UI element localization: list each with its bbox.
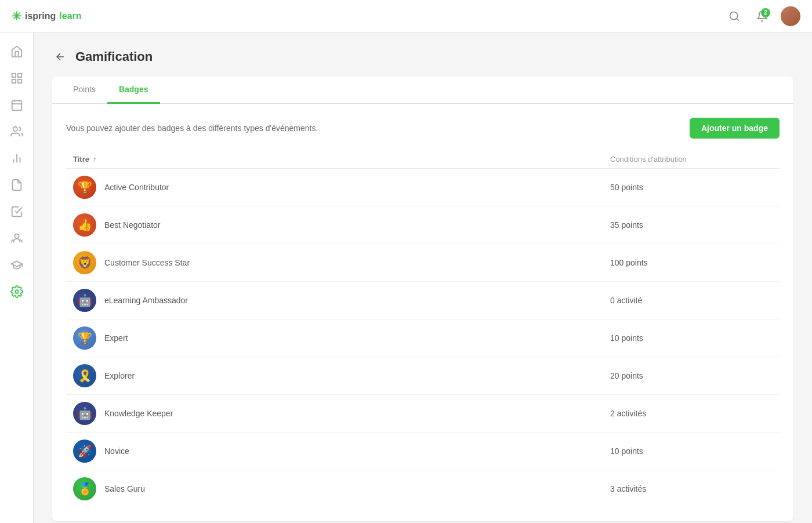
page-title: Gamification (75, 49, 153, 64)
badge-condition-explorer: 20 points (610, 371, 773, 380)
sidebar-item-catalog[interactable] (5, 173, 29, 197)
badge-row[interactable]: 🏆 Expert 10 points (66, 319, 780, 357)
badge-name-best-negotiator: Best Negotiator (104, 220, 161, 230)
svg-rect-2 (12, 74, 15, 77)
badge-icon-customer-success: 🦁 (73, 251, 96, 274)
badge-icon-sales-guru: 🏅 (73, 477, 96, 500)
badge-condition-elearning: 0 activité (610, 296, 773, 305)
sidebar-item-settings[interactable] (5, 279, 29, 304)
page-header: Gamification (52, 49, 793, 65)
badges-table: Titre ↑ Conditions d'attribution 🏆 Activ… (66, 150, 780, 507)
avatar[interactable] (781, 6, 800, 26)
svg-rect-4 (12, 79, 15, 83)
svg-rect-5 (17, 79, 21, 83)
description-text: Vous pouvez ajouter des badges à des dif… (66, 124, 318, 133)
svg-point-0 (730, 12, 738, 19)
sidebar-item-calendar[interactable] (5, 93, 29, 117)
sidebar-item-reports[interactable] (5, 146, 29, 170)
logo-icon: ✳ (12, 9, 21, 23)
badge-name-customer-success: Customer Success Star (104, 258, 190, 267)
logo-ispring: ispring (25, 11, 56, 21)
badge-condition-expert: 10 points (610, 333, 773, 343)
badge-info: 🤖 Knowledge Keeper (73, 402, 610, 425)
badge-name-active-contributor: Active Contributor (104, 183, 169, 192)
badge-name-elearning: eLearning Ambassador (104, 296, 188, 305)
col-title-header: Titre ↑ (73, 155, 610, 164)
logo-learn: learn (59, 11, 81, 21)
main-layout: Gamification Points Badges Vous pouvez a… (0, 32, 812, 523)
sidebar-item-home[interactable] (5, 39, 29, 64)
badge-info: 🏆 Expert (73, 326, 610, 350)
badge-info: 🏅 Sales Guru (73, 477, 610, 500)
svg-rect-6 (12, 101, 21, 111)
tabs-container: Points Badges Vous pouvez ajouter des ba… (52, 77, 793, 521)
badge-info: 🏆 Active Contributor (73, 176, 610, 199)
svg-point-15 (15, 290, 19, 293)
badge-icon-novice: 🚀 (73, 440, 96, 463)
badge-condition-active-contributor: 50 points (610, 183, 773, 192)
badge-condition-sales-guru: 3 activités (610, 484, 773, 493)
content-area: Gamification Points Badges Vous pouvez a… (34, 32, 812, 523)
add-badge-button[interactable]: Ajouter un badge (690, 118, 780, 139)
badge-info: 🎗️ Explorer (73, 364, 610, 387)
badge-icon-knowledge: 🤖 (73, 402, 96, 425)
app-container: ✳ ispring learn 2 (0, 0, 812, 523)
col-conditions-header: Conditions d'attribution (610, 155, 773, 164)
badge-info: 🦁 Customer Success Star (73, 251, 610, 274)
svg-point-14 (14, 234, 19, 238)
badges-list: 🏆 Active Contributor 50 points 👍 Best Ne… (66, 169, 780, 507)
badge-row[interactable]: 🏆 Active Contributor 50 points (66, 169, 780, 206)
badge-row[interactable]: 🎗️ Explorer 20 points (66, 357, 780, 395)
badge-condition-knowledge: 2 activités (610, 409, 773, 418)
notification-badge: 2 (761, 8, 770, 17)
sort-icon: ↑ (93, 155, 96, 164)
badge-row[interactable]: 🤖 Knowledge Keeper 2 activités (66, 395, 780, 433)
badge-condition-best-negotiator: 35 points (610, 220, 773, 230)
sidebar (0, 32, 34, 523)
badge-name-explorer: Explorer (104, 371, 135, 380)
badge-name-sales-guru: Sales Guru (104, 484, 145, 493)
logo: ✳ ispring learn (12, 9, 82, 23)
sidebar-item-quiz[interactable] (5, 199, 29, 224)
tabs-header: Points Badges (52, 77, 793, 104)
badge-name-knowledge: Knowledge Keeper (104, 409, 173, 418)
tab-badges[interactable]: Badges (107, 77, 160, 104)
search-button[interactable] (725, 7, 744, 26)
badge-info: 🤖 eLearning Ambassador (73, 289, 610, 312)
sidebar-item-courses[interactable] (5, 66, 29, 90)
svg-rect-3 (17, 74, 21, 77)
badge-row[interactable]: 🦁 Customer Success Star 100 points (66, 244, 780, 282)
sidebar-item-announcements[interactable] (5, 253, 29, 277)
svg-point-10 (13, 127, 17, 131)
sidebar-item-users[interactable] (5, 119, 29, 144)
badge-icon-best-negotiator: 👍 (73, 213, 96, 237)
header: ✳ ispring learn 2 (0, 0, 812, 32)
badge-info: 👍 Best Negotiator (73, 213, 610, 237)
badge-row[interactable]: 🏅 Sales Guru 3 activités (66, 470, 780, 507)
badge-condition-customer-success: 100 points (610, 258, 773, 267)
badge-info: 🚀 Novice (73, 440, 610, 463)
tab-description: Vous pouvez ajouter des badges à des dif… (66, 118, 780, 139)
back-button[interactable] (52, 49, 68, 65)
badge-name-novice: Novice (104, 446, 129, 456)
avatar-image (781, 6, 800, 26)
badge-icon-active-contributor: 🏆 (73, 176, 96, 199)
badge-name-expert: Expert (104, 333, 128, 343)
svg-line-1 (737, 18, 739, 20)
badge-row[interactable]: 👍 Best Negotiator 35 points (66, 206, 780, 244)
table-header: Titre ↑ Conditions d'attribution (66, 150, 780, 169)
badge-condition-novice: 10 points (610, 446, 773, 456)
badge-icon-elearning: 🤖 (73, 289, 96, 312)
tab-content-badges: Vous pouvez ajouter des badges à des dif… (52, 104, 793, 521)
tab-points[interactable]: Points (61, 77, 107, 104)
badge-row[interactable]: 🤖 eLearning Ambassador 0 activité (66, 282, 780, 319)
badge-row[interactable]: 🚀 Novice 10 points (66, 433, 780, 470)
sidebar-item-teams[interactable] (5, 226, 29, 250)
badge-icon-expert: 🏆 (73, 326, 96, 350)
header-actions: 2 (725, 6, 800, 26)
notifications-button[interactable]: 2 (753, 7, 771, 26)
badge-icon-explorer: 🎗️ (73, 364, 96, 387)
